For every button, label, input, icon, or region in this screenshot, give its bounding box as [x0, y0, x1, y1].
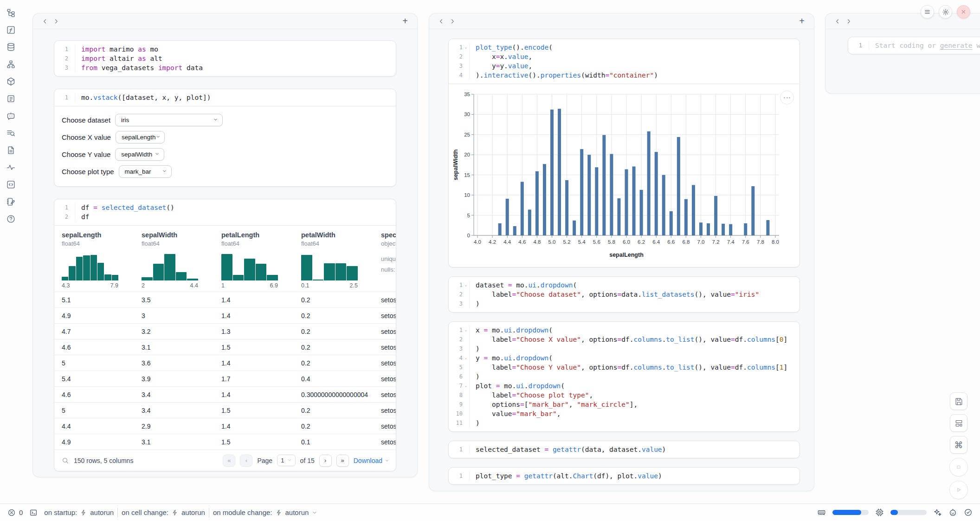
svg-text:30: 30: [464, 111, 470, 117]
help-icon[interactable]: [6, 214, 16, 224]
code-editor[interactable]: 1⌄x = mo.ui.dropdown(2 label="Choose X v…: [449, 322, 799, 431]
cell-plot-type[interactable]: 1plot_type = getattr(alt.Chart(df), plot…: [448, 467, 800, 485]
svg-text:4.8: 4.8: [533, 239, 541, 245]
svg-text:6.8: 6.8: [682, 239, 690, 245]
code-editor[interactable]: 1selected_dataset = getattr(data, datase…: [449, 441, 799, 458]
chat-bot-icon[interactable]: [6, 111, 16, 121]
cell-plot[interactable]: 1⌄plot_type().encode(2 x=x.value,3 y=y.v…: [448, 39, 800, 267]
code-editor[interactable]: 1mo.vstack([dataset, x, y, plot]): [54, 89, 396, 106]
code-editor[interactable]: 1⌄dataset = mo.ui.dropdown(2 label="Choo…: [449, 277, 799, 312]
gear-icon: [942, 8, 949, 16]
runtime-config-segment[interactable]: on startup:autorun: [44, 508, 114, 516]
table-column-header[interactable]: speciesobjectunique:nulls:: [381, 231, 396, 289]
settings-button[interactable]: [939, 5, 952, 19]
cell-xy-plot-dropdowns[interactable]: 1⌄x = mo.ui.dropdown(2 label="Choose X v…: [448, 321, 800, 432]
svg-text:7.2: 7.2: [712, 239, 720, 245]
dropdown-select[interactable]: mark_bar: [119, 165, 172, 178]
dropdown-select[interactable]: sepalLength: [116, 131, 165, 143]
cell-empty-scratch[interactable]: 1 Start coding or generate with AI: [848, 37, 980, 54]
list-search-icon[interactable]: [6, 128, 16, 138]
code-editor[interactable]: 1import marimo as mo2import altair as al…: [54, 41, 396, 76]
cell-dataset-dropdown[interactable]: 1⌄dataset = mo.ui.dropdown(2 label="Choo…: [448, 276, 800, 313]
column-move-right-button[interactable]: [447, 16, 458, 27]
download-button[interactable]: Download: [354, 457, 389, 464]
terminal-button[interactable]: [29, 508, 38, 517]
scroll-icon[interactable]: [6, 93, 16, 104]
chart-output: 4.04.24.44.64.85.05.25.45.65.86.06.26.46…: [449, 84, 799, 267]
scratchpad-icon[interactable]: [6, 196, 16, 207]
lightning-icon: [276, 509, 282, 516]
runtime-config-segment[interactable]: on module change:autorun: [213, 508, 317, 516]
table-row: 4.63.41.40.30000000000000004setosa: [54, 386, 396, 402]
svg-text:7.8: 7.8: [757, 239, 764, 245]
database-icon[interactable]: [6, 42, 16, 52]
column-move-right-button[interactable]: [51, 16, 62, 27]
next-page-button[interactable]: ›: [319, 455, 332, 467]
runtime-config-segment[interactable]: on cell change:autorun: [122, 508, 205, 516]
package-icon[interactable]: [6, 76, 16, 86]
column-move-right-button[interactable]: [843, 16, 854, 27]
run-button[interactable]: [949, 481, 968, 499]
menu-button[interactable]: [921, 5, 934, 19]
code-editor[interactable]: 1df = selected_dataset()2df: [54, 199, 396, 225]
page-count-label: of 15: [300, 457, 315, 464]
prev-page-button[interactable]: ‹: [240, 455, 252, 467]
shutdown-button[interactable]: [957, 5, 970, 19]
column-histogram: [221, 253, 278, 280]
sidebar-rail: [0, 0, 21, 501]
floppy-icon: [954, 397, 963, 406]
function-square-icon[interactable]: [6, 25, 16, 35]
error-count-badge[interactable]: 0: [7, 508, 23, 517]
dropdown-select[interactable]: sepalWidth: [115, 148, 164, 161]
chart-menu-button[interactable]: [780, 91, 794, 104]
table-row: 4.42.91.40.2setosa: [54, 418, 396, 434]
dropdown-row: Choose datasetiris: [62, 114, 388, 126]
error-circle-icon: [7, 508, 16, 517]
keyboard-shortcuts-button[interactable]: ⌘: [950, 436, 967, 454]
column-2-header: +: [429, 13, 814, 29]
svg-text:5.4: 5.4: [578, 239, 586, 245]
code-placeholder-input[interactable]: Start coding or generate with AI: [869, 41, 980, 50]
column-histogram: [301, 253, 358, 280]
generate-with-ai-link[interactable]: generate: [940, 42, 973, 49]
bot-icon[interactable]: [948, 508, 957, 517]
document-icon[interactable]: [6, 145, 16, 155]
table-column-header[interactable]: petalWidthfloat640.12.5: [301, 231, 381, 289]
layout-button[interactable]: [950, 414, 967, 432]
cell-dataframe[interactable]: 1df = selected_dataset()2df sepalLengthf…: [54, 199, 396, 471]
page-select[interactable]: 1: [277, 455, 296, 466]
dropdown-select[interactable]: iris: [115, 114, 223, 126]
file-tree-icon[interactable]: [6, 7, 16, 18]
save-button[interactable]: [950, 392, 967, 410]
notebook-column-3: 1 Start coding or generate with AI: [825, 13, 980, 94]
chevron-down-icon: [312, 510, 317, 515]
column-move-left-button[interactable]: [39, 16, 51, 27]
table-column-header[interactable]: sepalLengthfloat644.37.9: [62, 231, 142, 289]
chevron-down-icon: [385, 457, 389, 464]
stop-button[interactable]: [949, 458, 968, 476]
table-column-header[interactable]: petalLengthfloat6416.9: [221, 231, 301, 289]
cell-imports[interactable]: 1import marimo as mo2import altair as al…: [54, 40, 396, 77]
table-row: 53.61.40.2setosa: [54, 355, 396, 371]
activity-icon[interactable]: [6, 162, 16, 172]
svg-text:15: 15: [464, 172, 470, 178]
code-editor[interactable]: 1plot_type = getattr(alt.Chart(df), plot…: [449, 468, 799, 484]
add-cell-button[interactable]: +: [796, 16, 807, 27]
dataframe-table: sepalLengthfloat644.37.9sepalWidthfloat6…: [54, 225, 396, 471]
dependency-graph-icon[interactable]: [6, 59, 16, 69]
cell-vstack[interactable]: 1mo.vstack([dataset, x, y, plot]) Choose…: [54, 89, 396, 187]
add-cell-button[interactable]: +: [400, 16, 411, 27]
first-page-button[interactable]: «: [223, 455, 235, 467]
last-page-button[interactable]: »: [336, 455, 349, 467]
connection-status-icon[interactable]: [964, 508, 973, 517]
column-move-left-button[interactable]: [436, 16, 447, 27]
ai-sparkle-icon[interactable]: [933, 508, 942, 517]
column-move-left-button[interactable]: [832, 16, 843, 27]
code-editor[interactable]: 1⌄plot_type().encode(2 x=x.value,3 y=y.v…: [449, 39, 799, 84]
edge-action-buttons: ⌘: [949, 392, 968, 499]
table-column-header[interactable]: sepalWidthfloat6424.4: [142, 231, 221, 289]
code-box-icon[interactable]: [6, 179, 16, 189]
notebook-column-2: + 1⌄plot_type().encode(2 x=x.value,3 y=y…: [429, 13, 814, 491]
search-icon[interactable]: [62, 457, 69, 464]
cell-selected-dataset[interactable]: 1selected_dataset = getattr(data, datase…: [448, 441, 800, 458]
